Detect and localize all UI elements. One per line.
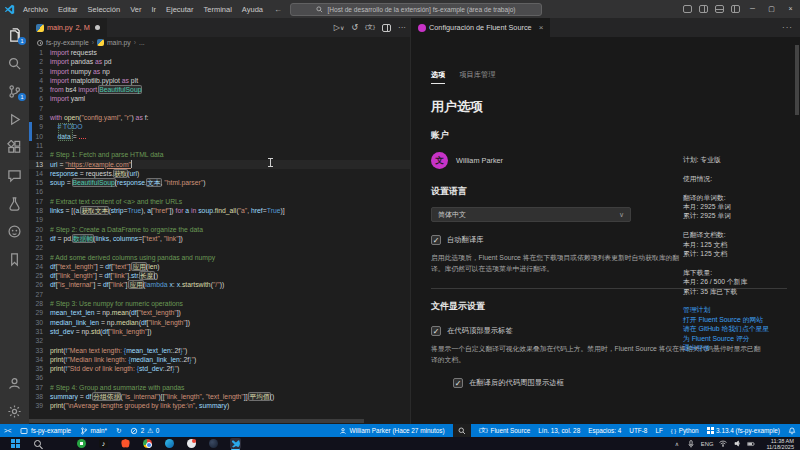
git-branch-indicator[interactable]: main* [80, 427, 107, 435]
code-line-39[interactable]: 39print("\nAverage lengths grouped by li… [29, 401, 410, 410]
fluent-link[interactable]: 为 Fluent Source 评分 [683, 334, 800, 344]
problems-indicator[interactable]: 2 ⚠ 0 [130, 427, 159, 435]
taskbar-app-chrome[interactable] [142, 438, 153, 449]
eol-indicator[interactable]: LF [655, 427, 662, 434]
notifications-bell[interactable] [788, 427, 796, 435]
menu-ir[interactable]: Ir [146, 5, 161, 14]
language-select[interactable]: 简体中文 ∨ [431, 207, 631, 222]
taskbar-app-maps[interactable] [186, 438, 197, 449]
microphone-icon[interactable] [687, 440, 695, 448]
toggle-bottom-panel-icon[interactable] [715, 5, 724, 13]
code-line-2[interactable]: 2import pandas as pd [29, 57, 410, 66]
code-line-15[interactable]: 15soup = BeautifulSoup(response.文本, "htm… [29, 178, 410, 187]
code-line-18[interactable]: 18links = [(a.获取文本(strip=True), a["href"… [29, 206, 410, 215]
code-line-29[interactable]: 29mean_text_len = np.mean(df["text_lengt… [29, 308, 410, 317]
code-line-8[interactable]: 8with open("config.yaml", "r") as f: [29, 113, 410, 122]
code-line-19[interactable]: 19 [29, 215, 410, 224]
menu-ayuda[interactable]: Ayuda [237, 5, 268, 14]
checkbox-checked-icon[interactable]: ✓ [431, 326, 441, 336]
menu-editar[interactable]: Editar [53, 5, 83, 14]
code-line-36[interactable]: 36 [29, 373, 410, 382]
code-line-24[interactable]: 24df["text_length"] = df["text"].应用(len) [29, 262, 410, 271]
code-line-4[interactable]: 4import matplotlib.pyplot as plt [29, 76, 410, 85]
code-line-5[interactable]: 5from bs4 import BeautifulSoup [29, 85, 410, 94]
toggle-sidebar-icon[interactable] [731, 5, 740, 13]
battery-icon[interactable] [747, 441, 755, 447]
remote-indicator[interactable]: >< [4, 427, 11, 434]
code-line-30[interactable]: 30median_link_len = np.median(df["link_l… [29, 318, 410, 327]
unsaved-dot-icon[interactable] [95, 25, 100, 30]
history-icon[interactable]: ↺ [351, 23, 358, 32]
code-line-32[interactable]: 32 [29, 336, 410, 345]
code-line-20[interactable]: 20# Step 2: Create a DataFrame to organi… [29, 225, 410, 234]
code-line-6[interactable]: 6import yaml [29, 94, 410, 103]
taskbar-app-app-green[interactable] [76, 438, 87, 449]
code-line-28[interactable]: 28# Step 3: Use numpy for numeric operat… [29, 299, 410, 308]
split-editor-icon[interactable] [699, 5, 708, 13]
code-line-12[interactable]: 12# Step 1: Fetch and parse HTML data [29, 150, 410, 159]
indentation-indicator[interactable]: Espacios: 4 [588, 427, 621, 434]
activity-run-debug-icon[interactable] [0, 106, 29, 132]
code-line-26[interactable]: 26df["is_internal"] = df["link"].应用(lamb… [29, 280, 410, 289]
code-line-22[interactable]: 22 [29, 243, 410, 252]
activity-extensions-icon[interactable] [0, 134, 29, 160]
sync-icon[interactable]: ↻ [116, 427, 121, 435]
split-editor-icon[interactable] [382, 24, 391, 32]
activity-github-icon[interactable] [0, 218, 29, 244]
code-line-21[interactable]: 21df = pd.数据帧(links, columns=["text", "l… [29, 234, 410, 243]
fluent-status[interactable]: {文} Fluent Source [479, 427, 531, 435]
code-line-34[interactable]: 34print(f"Median link length: {median_li… [29, 355, 410, 364]
activity-explorer-icon[interactable]: 1 [0, 22, 29, 48]
code-editor[interactable]: 1import requests2import pandas as pd3imp… [29, 48, 410, 424]
maximize-button[interactable]: ▢ [762, 5, 781, 13]
fluent-translate-icon[interactable]: {文} [365, 23, 375, 32]
taskbar-app-edge[interactable] [164, 438, 175, 449]
fluent-link[interactable]: 打开 Fluent Source 的网站 [683, 315, 800, 325]
more-actions-icon[interactable]: ··· [398, 23, 406, 32]
python-interpreter[interactable]: 3.13.4 (fs-py-example) [707, 427, 780, 434]
code-line-14[interactable]: 14response = requests.获取(url) [29, 169, 410, 178]
tab-main-py[interactable]: main.py 2, M [29, 18, 108, 37]
horizontal-scrollbar[interactable] [29, 419, 364, 423]
taskbar-app-start[interactable] [10, 438, 21, 449]
close-button[interactable]: × [781, 5, 800, 13]
code-line-27[interactable]: 27 [29, 290, 410, 299]
code-line-10[interactable]: 10 data = [29, 132, 410, 141]
tab-fluent-settings[interactable]: Configuración de Fluent Source × [411, 18, 551, 37]
code-line-7[interactable]: 7 [29, 104, 410, 113]
minimize-button[interactable]: ─ [743, 5, 762, 13]
fluent-link[interactable]: 退出登录 [683, 343, 800, 353]
code-line-37[interactable]: 37# Step 4: Group and summarize with pan… [29, 383, 410, 392]
menu-terminal[interactable]: Terminal [199, 5, 237, 14]
code-line-35[interactable]: 35print(f"Std dev of link length: {std_d… [29, 364, 410, 373]
command-center[interactable]: [Host de desarrollo de la extensión] fs-… [290, 3, 542, 16]
tray-expand-icon[interactable]: ∧ [673, 441, 681, 447]
checkbox-checked-icon[interactable]: ✓ [453, 378, 463, 388]
taskbar-app-steam[interactable] [208, 438, 219, 449]
taskbar-app-brave[interactable] [120, 438, 131, 449]
activity-source-control-icon[interactable]: 1 [0, 78, 29, 104]
breadcrumb[interactable]: fs-py-example › main.py › ... [29, 37, 410, 48]
fluent-link[interactable]: 请在 GitHub 给我们点个星星 [683, 324, 800, 334]
menu-ver[interactable]: Ver [125, 5, 146, 14]
taskbar-app-search[interactable] [32, 438, 43, 449]
checkbox-checked-icon[interactable]: ✓ [431, 235, 441, 245]
volume-icon[interactable] [733, 440, 741, 447]
settings-tab-libraries[interactable]: 项目库管理 [459, 70, 495, 84]
wifi-icon[interactable] [719, 440, 727, 447]
code-line-13[interactable]: 13url = "https://example.com" [29, 160, 410, 169]
code-line-23[interactable]: 23# Add some derived columns using panda… [29, 253, 410, 262]
taskbar-app-explorer[interactable] [54, 438, 65, 449]
code-line-33[interactable]: 33print(f"Mean text length: {mean_text_l… [29, 346, 410, 355]
code-line-31[interactable]: 31std_dev = np.std(df["link_length"]) [29, 327, 410, 336]
code-line-25[interactable]: 25df["link_length"] = df["link"].str.长度(… [29, 271, 410, 280]
fluent-link[interactable]: 管理计划 [683, 305, 800, 315]
code-line-1[interactable]: 1import requests [29, 48, 410, 57]
settings-tab-options[interactable]: 选项 [431, 70, 445, 84]
vertical-scrollbar[interactable] [795, 45, 799, 115]
run-button[interactable]: ▷∨ [334, 23, 345, 32]
menu-selección[interactable]: Selección [83, 5, 126, 14]
taskbar-clock[interactable]: 11:38 AM 11/18/2025 [766, 438, 794, 450]
code-line-16[interactable]: 16 [29, 187, 410, 196]
cursor-position[interactable]: Lín. 13, col. 28 [538, 427, 580, 434]
